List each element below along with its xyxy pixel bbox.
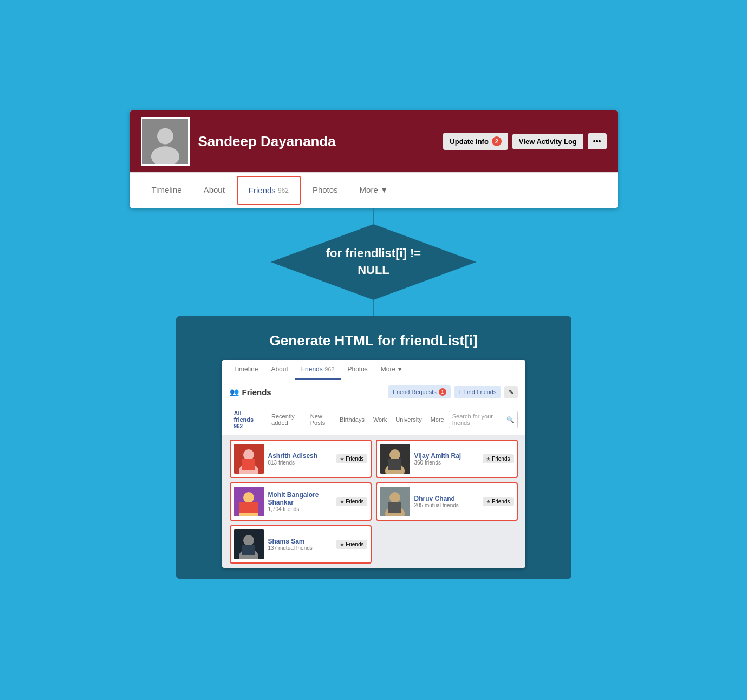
friend-name-vijay: Vijay Amith Raj <box>414 452 479 460</box>
friends-title: 👥 Friends <box>230 388 271 397</box>
star-icon-ashrith: ★ <box>340 456 345 462</box>
friend-avatar-vijay <box>380 444 410 474</box>
edit-friends-button[interactable]: ✎ <box>504 386 518 398</box>
svg-rect-18 <box>388 502 401 513</box>
find-friends-button[interactable]: + Find Friends <box>454 386 501 398</box>
nav-photos-label: Photos <box>313 185 338 194</box>
fb-inner-page: Timeline About Friends 962 Photos More ▼… <box>222 360 525 568</box>
nav-item-about[interactable]: About <box>193 176 236 205</box>
filter-recently-added[interactable]: Recently added <box>267 411 306 428</box>
friend-name-dhruv: Dhruv Chand <box>414 495 479 502</box>
friend-card-shams: Shams Sam 137 mutual friends ★ Friends <box>230 525 372 564</box>
friends-filter: All friends 962 Recently added New Posts… <box>222 404 525 435</box>
svg-point-4 <box>243 449 254 460</box>
search-icon: 🔍 <box>506 416 514 423</box>
svg-rect-10 <box>388 459 401 470</box>
star-icon-vijay: ★ <box>486 456 491 462</box>
friend-card-dhruv: Dhruv Chand 205 mutual friends ★ Friends <box>376 482 518 521</box>
profile-pic-inner <box>142 119 188 164</box>
nav-item-timeline[interactable]: Timeline <box>141 176 193 205</box>
friend-req-badge: 1 <box>439 388 446 396</box>
update-info-button[interactable]: Update Info 2 <box>443 133 508 150</box>
svg-rect-14 <box>239 502 258 513</box>
friend-info-ashrith: Ashrith Adisesh 813 friends <box>268 452 333 466</box>
friend-btn-dhruv[interactable]: ★ Friends <box>483 497 513 506</box>
friend-btn-shams[interactable]: ★ Friends <box>336 540 367 549</box>
friend-btn-mohit[interactable]: ★ Friends <box>336 497 367 506</box>
friend-btn-vijay[interactable]: ★ Friends <box>483 454 513 463</box>
diamond-wrapper: for friendlist[i] != NULL <box>271 224 477 300</box>
inner-nav-more[interactable]: More ▼ <box>374 360 410 380</box>
svg-rect-6 <box>242 459 255 470</box>
profile-picture <box>141 117 190 166</box>
diamond-shape: for friendlist[i] != NULL <box>271 224 477 300</box>
friend-info-vijay: Vijay Amith Raj 360 friends <box>414 452 479 466</box>
filter-work[interactable]: Work <box>369 414 391 425</box>
friend-name-mohit: Mohit Bangalore Shankar <box>268 491 333 506</box>
nav-about-label: About <box>204 185 225 194</box>
star-icon-mohit: ★ <box>340 499 345 505</box>
connector-line-2 <box>373 300 374 316</box>
update-info-label: Update Info <box>450 138 489 146</box>
friend-mutual-shams: 137 mutual friends <box>268 545 333 551</box>
friend-avatar-dhruv <box>380 487 410 516</box>
friend-mutual-vijay: 360 friends <box>414 460 479 466</box>
inner-nav-timeline[interactable]: Timeline <box>228 360 265 380</box>
outer-container: Sandeep Dayananda Update Info 2 View Act… <box>49 94 699 606</box>
friend-requests-button[interactable]: Friend Requests 1 <box>388 385 451 398</box>
friend-name-ashrith: Ashrith Adisesh <box>268 452 333 460</box>
top-facebook-bar: Sandeep Dayananda Update Info 2 View Act… <box>130 110 618 208</box>
filter-all-count: 962 <box>234 423 243 429</box>
inner-nav-friends-count: 962 <box>324 366 334 372</box>
nav-item-photos[interactable]: Photos <box>302 176 349 205</box>
ashrith-avatar-svg <box>234 444 264 474</box>
nav-more-label: More <box>360 185 378 194</box>
star-icon-dhruv: ★ <box>486 499 491 505</box>
filter-more[interactable]: More <box>426 414 449 425</box>
profile-header: Sandeep Dayananda Update Info 2 View Act… <box>130 110 618 172</box>
generate-box-title: Generate HTML for friendList[i] <box>270 332 478 349</box>
friend-mutual-mohit: 1,704 friends <box>268 506 333 512</box>
inner-nav-photos[interactable]: Photos <box>341 360 374 380</box>
top-action-buttons: Update Info 2 View Activity Log ••• <box>443 133 606 150</box>
inner-nav-friends[interactable]: Friends 962 <box>295 360 341 380</box>
nav-friends-label: Friends <box>249 186 276 195</box>
fb-inner-nav: Timeline About Friends 962 Photos More ▼ <box>222 360 525 380</box>
diamond-text-line1: for friendlist[i] != <box>326 245 421 262</box>
friend-card-vijay: Vijay Amith Raj 360 friends ★ Friends <box>376 440 518 478</box>
friends-search-box[interactable]: Search for your friends 🔍 <box>449 411 518 428</box>
filter-new-posts[interactable]: New Posts <box>306 411 335 428</box>
more-dots-button[interactable]: ••• <box>588 133 607 149</box>
svg-point-20 <box>243 535 254 546</box>
diamond-text: for friendlist[i] != NULL <box>326 245 421 279</box>
view-activity-log-button[interactable]: View Activity Log <box>512 134 583 149</box>
search-placeholder: Search for your friends <box>452 413 504 426</box>
friend-card-ashrith: Ashrith Adisesh 813 friends ★ Friends <box>230 440 372 478</box>
generate-html-box: Generate HTML for friendList[i] Timeline… <box>176 316 571 579</box>
mohit-avatar-svg <box>234 487 264 516</box>
svg-point-2 <box>151 146 179 166</box>
svg-point-16 <box>389 492 400 503</box>
user-name: Sandeep Dayananda <box>198 133 435 150</box>
star-icon-shams: ★ <box>340 541 345 547</box>
filter-birthdays[interactable]: Birthdays <box>335 414 369 425</box>
svg-rect-22 <box>242 545 255 555</box>
dhruv-avatar-svg <box>380 487 410 516</box>
vijay-avatar-svg <box>380 444 410 474</box>
friend-mutual-ashrith: 813 friends <box>268 460 333 466</box>
filter-all-friends[interactable]: All friends 962 <box>230 408 268 431</box>
top-nav-bar: Timeline About Friends 962 Photos More ▼ <box>130 172 618 208</box>
inner-nav-about[interactable]: About <box>264 360 294 380</box>
friend-btn-ashrith[interactable]: ★ Friends <box>336 454 367 463</box>
nav-timeline-label: Timeline <box>152 185 182 194</box>
friend-avatar-ashrith <box>234 444 264 474</box>
nav-item-friends[interactable]: Friends 962 <box>237 176 301 205</box>
nav-item-more[interactable]: More ▼ <box>349 176 399 205</box>
friends-title-text: Friends <box>242 388 271 397</box>
update-info-badge: 2 <box>492 136 502 146</box>
friend-name-shams: Shams Sam <box>268 538 333 545</box>
diamond-text-line2: NULL <box>326 262 421 279</box>
filter-university[interactable]: University <box>391 414 426 425</box>
friend-info-mohit: Mohit Bangalore Shankar 1,704 friends <box>268 491 333 512</box>
nav-friends-count: 962 <box>278 187 289 194</box>
